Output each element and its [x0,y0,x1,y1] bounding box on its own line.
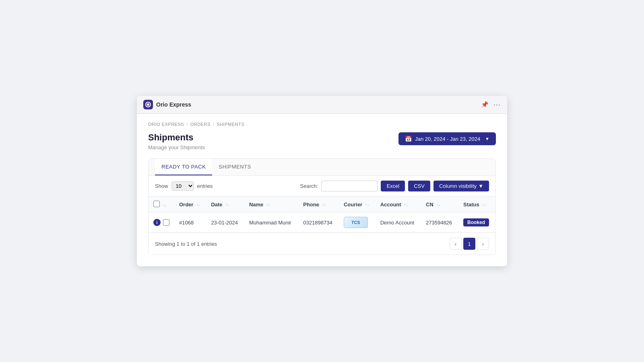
td-phone-0: 0321898734 [298,213,339,232]
sort-icon-phone: ↑↓ [322,203,326,207]
sort-icon-name: ↑↓ [266,203,270,207]
show-label: Show [155,183,168,189]
sort-icon-select: ↑↓ [163,204,167,208]
breadcrumb-sep-1: / [186,122,188,127]
chevron-down-icon: ▼ [478,183,483,189]
table-toolbar: Show 10 25 50 100 entries Search: Excel … [149,176,495,196]
th-status[interactable]: Status ↑↓ [458,197,495,213]
browser-topbar: Orio Express 📌 ··· [137,96,507,114]
date-range-button[interactable]: 📅 Jan 20, 2024 - Jan 23, 2024 ▼ [398,132,496,145]
td-select-0: i [149,213,174,232]
table-header-row: ↑↓ Order ↑↓ Date ↑↓ Name ↑↓ [149,197,495,213]
sort-icon-courier: ↑↓ [365,203,369,207]
toolbar-right: Search: Excel CSV Column visibility ▼ [300,181,489,191]
breadcrumb-sep-2: / [213,122,215,127]
table-footer: Showing 1 to 1 of 1 entries ‹ 1 › [149,232,495,255]
svg-point-1 [147,103,149,106]
th-select: ↑↓ [149,197,174,213]
td-order-0: #1068 [174,213,206,232]
courier-logo-0: TCS [344,217,368,228]
th-courier[interactable]: Courier ↑↓ [339,197,376,213]
row-checkbox-0[interactable] [163,219,169,226]
td-name-0: Muhammad Munir [244,213,298,232]
column-visibility-button[interactable]: Column visibility ▼ [433,181,489,191]
td-date-0: 23-01-2024 [206,213,244,232]
tab-ready-to-pack[interactable]: READY TO PACK [155,159,212,175]
breadcrumb-item-1[interactable]: ORIO EXPRESS [148,122,184,127]
brand-icon [143,100,153,109]
sort-icon-order: ↑↓ [196,203,200,207]
tab-shipments[interactable]: SHIPMENTS [212,159,257,175]
page-content: ORIO EXPRESS / ORDERS / SHIPMENTS Shipme… [137,114,507,266]
th-name[interactable]: Name ↑↓ [244,197,298,213]
showing-entries-text: Showing 1 to 1 of 1 entries [155,241,217,247]
tabs-container: READY TO PACK SHIPMENTS [149,159,495,176]
th-account[interactable]: Account ↑↓ [376,197,421,213]
entries-select[interactable]: 10 25 50 100 [171,181,194,191]
td-cn-0: 273594826 [421,213,458,232]
status-badge-0: Booked [463,218,489,226]
more-options-icon[interactable]: ··· [493,101,501,109]
breadcrumb: ORIO EXPRESS / ORDERS / SHIPMENTS [148,122,496,127]
table-row: i #1068 23-01-2024 Muhammad Munir 032189… [149,213,495,232]
page-1-button[interactable]: 1 [463,238,475,250]
page-subtitle: Manage your Shipments [148,144,205,150]
next-page-button[interactable]: › [477,238,489,250]
breadcrumb-item-3[interactable]: SHIPMENTS [217,122,244,127]
sort-icon-cn: ↑↓ [436,203,440,207]
sort-icon-date: ↑↓ [225,203,229,207]
sort-icon-account: ↑↓ [404,203,408,207]
breadcrumb-item-2[interactable]: ORDERS [190,122,211,127]
search-input[interactable] [321,181,378,191]
th-order[interactable]: Order ↑↓ [174,197,206,213]
select-all-checkbox[interactable] [153,201,160,207]
date-range-label: Jan 20, 2024 - Jan 23, 2024 [415,136,480,142]
calendar-icon: 📅 [405,136,412,142]
chevron-down-icon: ▼ [485,136,489,141]
entries-label: entries [197,183,213,189]
th-date[interactable]: Date ↑↓ [206,197,244,213]
th-cn[interactable]: CN ↑↓ [421,197,458,213]
data-table: ↑↓ Order ↑↓ Date ↑↓ Name ↑↓ [149,196,495,232]
csv-button[interactable]: CSV [408,181,430,191]
page-header: Shipments Manage your Shipments 📅 Jan 20… [148,132,496,150]
page-title: Shipments [148,132,205,143]
pin-icon[interactable]: 📌 [481,101,489,108]
excel-button[interactable]: Excel [381,181,405,191]
th-phone[interactable]: Phone ↑↓ [298,197,339,213]
browser-action-group: 📌 ··· [481,101,501,109]
td-account-0: Demo Account [376,213,421,232]
td-status-0: Booked [458,213,495,232]
brand-name: Orio Express [156,101,191,108]
prev-page-button[interactable]: ‹ [450,238,462,250]
brand-area: Orio Express [143,100,191,109]
show-entries-group: Show 10 25 50 100 entries [155,181,213,191]
info-icon-0[interactable]: i [153,219,161,226]
page-title-block: Shipments Manage your Shipments [148,132,205,150]
td-courier-0: TCS [339,213,376,232]
pagination: ‹ 1 › [450,238,489,250]
sort-icon-status: ↑↓ [482,203,486,207]
main-card: READY TO PACK SHIPMENTS Show 10 25 50 10… [148,158,496,255]
search-label: Search: [300,183,318,189]
